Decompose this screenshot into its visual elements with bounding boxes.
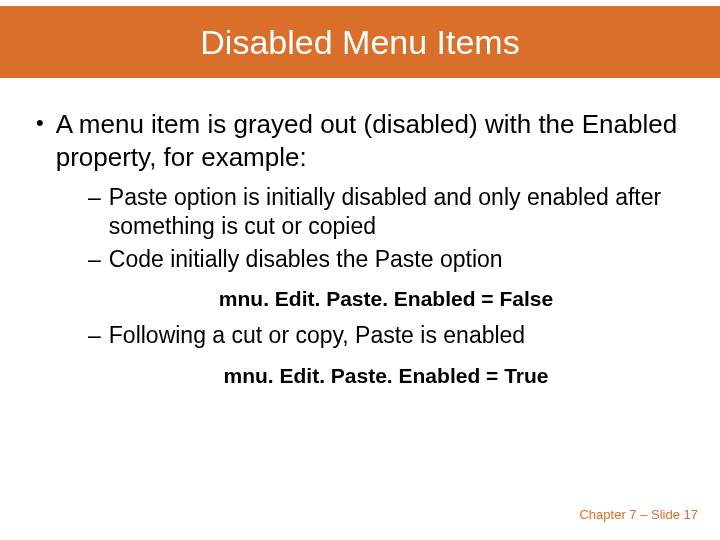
dash-icon: – [88, 245, 101, 274]
sub-item: – Code initially disables the Paste opti… [88, 245, 684, 274]
sub-item-text: Following a cut or copy, Paste is enable… [109, 321, 684, 350]
bullet-main: • A menu item is grayed out (disabled) w… [36, 108, 684, 173]
slide-title-bar: Disabled Menu Items [0, 6, 720, 78]
slide-body: • A menu item is grayed out (disabled) w… [0, 78, 720, 388]
bullet-main-text: A menu item is grayed out (disabled) wit… [56, 108, 684, 173]
dash-icon: – [88, 183, 101, 212]
dash-icon: – [88, 321, 101, 350]
sub-list: – Paste option is initially disabled and… [88, 183, 684, 388]
sub-item-text: Paste option is initially disabled and o… [109, 183, 684, 241]
sub-item: – Paste option is initially disabled and… [88, 183, 684, 241]
code-line: mnu. Edit. Paste. Enabled = True [88, 364, 684, 388]
code-line: mnu. Edit. Paste. Enabled = False [88, 287, 684, 311]
slide-title: Disabled Menu Items [200, 23, 519, 62]
sub-item: – Following a cut or copy, Paste is enab… [88, 321, 684, 350]
bullet-dot-icon: • [36, 112, 44, 134]
slide-footer: Chapter 7 – Slide 17 [579, 507, 698, 522]
sub-item-text: Code initially disables the Paste option [109, 245, 684, 274]
